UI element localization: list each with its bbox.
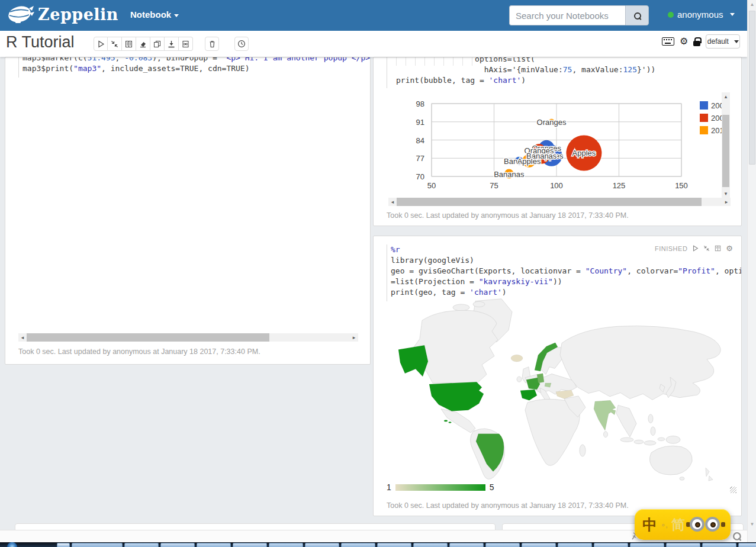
taskbar-window-button[interactable] — [233, 543, 267, 547]
scroll-up-arrow[interactable]: ▲ — [748, 0, 756, 9]
paragraph-resize-handle[interactable] — [730, 487, 736, 493]
permissions-lock-icon[interactable] — [693, 37, 700, 46]
taskbar-window-button[interactable] — [666, 543, 700, 547]
country-alaska[interactable] — [398, 345, 428, 377]
paragraph-status-line: Took 0 sec. Last updated by anonymous at… — [18, 347, 260, 356]
taskbar-window-button[interactable] — [377, 543, 411, 547]
taskbar-window-button[interactable] — [594, 543, 628, 547]
scroll-right-arrow[interactable]: ▸ — [350, 333, 358, 342]
svg-text:100: 100 — [550, 181, 563, 190]
editor-gutter — [387, 57, 387, 88]
country-usa[interactable] — [429, 382, 484, 411]
taskbar-window-button[interactable] — [485, 543, 520, 547]
svg-text:98: 98 — [416, 99, 424, 108]
svg-text:Apples: Apples — [572, 149, 596, 157]
paragraph-leaflet[interactable]: map3$marker(c(51.495, -0.083), bindPopup… — [5, 57, 371, 365]
taskbar-window-button[interactable] — [269, 543, 303, 547]
editor-gutter — [387, 244, 387, 301]
page-scrollbar[interactable]: ▲ ▼ — [747, 0, 756, 542]
vertical-scrollbar[interactable]: ▴ ▾ — [722, 92, 730, 198]
taskbar-window-button[interactable] — [305, 543, 339, 547]
display-mode-dropdown[interactable]: default — [706, 34, 740, 49]
username: anonymous — [677, 9, 723, 20]
taskbar-window-button[interactable] — [160, 543, 195, 547]
zeppelin-brand[interactable]: Zeppelin — [7, 4, 118, 25]
display-mode-value: default — [707, 37, 729, 46]
taskbar-window-button[interactable] — [197, 543, 231, 547]
paragraph-bubble-chart[interactable]: options=list( hAxis='{minValue:75, maxVa… — [373, 57, 742, 226]
start-button[interactable] — [7, 542, 17, 547]
ime-language-bar[interactable]: 中 ∘, 简 — [635, 509, 731, 540]
svg-text:91: 91 — [416, 118, 424, 127]
zeppelin-logo-icon — [7, 4, 34, 25]
ime-chinese-mode[interactable]: 中 — [642, 515, 657, 535]
horizontal-scrollbar[interactable]: ◂ ▸ — [18, 333, 358, 342]
taskbar-window-button[interactable] — [558, 543, 592, 547]
version-control-button[interactable] — [179, 37, 193, 51]
svg-text:75: 75 — [490, 181, 498, 190]
paragraph-status-line: Took 0 sec. Last updated by anonymous at… — [387, 501, 629, 510]
svg-text:84: 84 — [416, 136, 424, 145]
taskbar-window-button[interactable] — [449, 543, 484, 547]
note-header-right: ⚙ default — [662, 34, 740, 49]
taskbar-window-button[interactable] — [702, 543, 736, 547]
chevron-down-icon — [174, 14, 179, 17]
scroll-down-arrow[interactable]: ▾ — [722, 189, 730, 198]
svg-text:150: 150 — [675, 181, 688, 190]
scroll-right-arrow[interactable]: ▸ — [722, 198, 731, 206]
user-menu[interactable]: anonymous — [668, 9, 735, 20]
ime-simplified-mode[interactable]: 简 — [671, 516, 685, 534]
windows-taskbar[interactable] — [0, 542, 756, 547]
notebook-menu-label: Notebook — [130, 9, 171, 20]
taskbar-window-button[interactable] — [630, 543, 664, 547]
taskbar-window-button[interactable] — [522, 543, 556, 547]
svg-text:77: 77 — [416, 154, 424, 163]
notebook-menu[interactable]: Notebook — [130, 9, 179, 20]
bubble-chart[interactable]: 70778491985075100125150ApplesOrangesBana… — [385, 92, 723, 198]
indent-guides — [396, 57, 474, 66]
keyboard-shortcuts-icon[interactable] — [662, 37, 674, 46]
export-note-button[interactable] — [165, 37, 179, 51]
taskbar-window-button[interactable] — [124, 543, 159, 547]
scroll-left-arrow[interactable]: ◂ — [18, 333, 27, 342]
clear-output-button[interactable] — [136, 37, 150, 51]
svg-text:Apples: Apples — [517, 157, 541, 166]
trash-icon — [208, 40, 216, 48]
paragraph-geo-chart[interactable]: FINISHED ⚙ %rlibrary(googleVis)geo = gvi… — [373, 236, 742, 516]
scrollbar-thumb[interactable] — [722, 115, 729, 187]
scrollbar-thumb[interactable] — [397, 198, 702, 206]
chevron-down-icon — [730, 13, 735, 16]
ime-punctuation-mode[interactable]: ∘, — [661, 520, 668, 529]
taskbar-window-button[interactable] — [738, 543, 756, 547]
country-iceland[interactable] — [511, 355, 523, 362]
country-germany[interactable] — [537, 374, 544, 383]
scroll-up-arrow[interactable]: ▴ — [722, 92, 730, 101]
paragraph-status-line: Took 0 sec. Last updated by anonymous at… — [387, 211, 629, 220]
taskbar-window-button[interactable] — [341, 543, 375, 547]
search-input[interactable] — [509, 5, 625, 25]
scheduler-button[interactable] — [234, 37, 249, 51]
world-geo-chart[interactable] — [385, 298, 732, 481]
code-editor[interactable]: map3$marker(c(51.495, -0.083), bindPopup… — [5, 57, 370, 78]
horizontal-scrollbar[interactable]: ◂ ▸ — [388, 198, 731, 206]
taskbar-window-button[interactable] — [413, 543, 448, 547]
show-hide-output-button[interactable] — [122, 37, 136, 51]
search-button[interactable] — [625, 5, 649, 25]
clone-note-button[interactable] — [150, 37, 165, 51]
scroll-down-arrow[interactable]: ▼ — [748, 520, 756, 529]
scrollbar-thumb[interactable] — [27, 333, 269, 342]
show-hide-code-button[interactable] — [108, 37, 122, 51]
interpreter-settings-gear-icon[interactable]: ⚙ — [680, 37, 688, 46]
taskbar-window-button[interactable] — [57, 543, 70, 547]
taskbar-window-button[interactable] — [72, 543, 123, 547]
run-all-paragraphs-button[interactable] — [94, 37, 108, 51]
notebook-search — [509, 5, 649, 25]
svg-text:70: 70 — [416, 172, 424, 181]
scrollbar-thumb[interactable] — [749, 11, 755, 165]
delete-note-button[interactable] — [205, 37, 219, 51]
code-editor[interactable]: %rlibrary(googleVis)geo = gvisGeoChart(E… — [374, 244, 741, 301]
country-spain[interactable] — [520, 390, 537, 400]
scroll-left-arrow[interactable]: ◂ — [388, 198, 397, 206]
code-editor[interactable]: options=list( hAxis='{minValue:75, maxVa… — [374, 57, 741, 88]
country-india[interactable] — [594, 400, 616, 430]
